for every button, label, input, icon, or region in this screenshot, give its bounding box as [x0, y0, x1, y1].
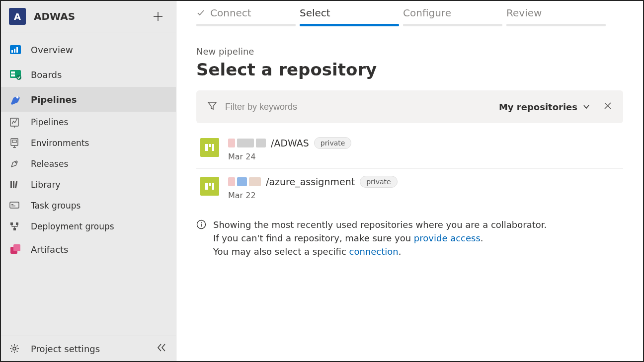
- step-select-label: Select: [300, 7, 330, 19]
- svg-rect-30: [212, 183, 214, 190]
- add-button[interactable]: [151, 9, 165, 23]
- clear-filter-button[interactable]: [603, 101, 612, 112]
- svg-rect-32: [201, 222, 202, 223]
- nav-artifacts-label: Artifacts: [31, 244, 68, 255]
- repo-date: Mar 22: [228, 191, 619, 200]
- info-line2a: If you can't find a repository, make sur…: [213, 233, 414, 243]
- deploygroups-icon: [9, 221, 27, 232]
- nav-sub-releases-label: Releases: [31, 159, 68, 169]
- nav-pipelines[interactable]: Pipelines: [1, 87, 176, 112]
- nav-sub-deploygroups[interactable]: Deployment groups: [1, 216, 176, 237]
- settings-icon: [9, 343, 27, 354]
- repo-avatar: [200, 177, 219, 196]
- nav-sub-taskgroups-label: Task groups: [31, 201, 80, 211]
- info-line3b: .: [399, 246, 402, 257]
- nav-sub-environments-label: Environments: [31, 138, 89, 148]
- releases-icon: [9, 158, 27, 169]
- collapse-sidebar-button[interactable]: [156, 342, 167, 355]
- step-select[interactable]: Select: [300, 7, 399, 26]
- svg-rect-11: [12, 140, 16, 143]
- repo-owner-redacted: [228, 139, 266, 147]
- step-configure-label: Configure: [403, 7, 451, 19]
- svg-rect-23: [13, 244, 20, 251]
- provide-access-link[interactable]: provide access: [414, 233, 481, 243]
- nav-sub-library[interactable]: Library: [1, 174, 176, 195]
- svg-point-12: [15, 161, 16, 163]
- nav-sub-library-label: Library: [31, 180, 60, 190]
- environments-icon: [9, 138, 27, 148]
- svg-rect-10: [11, 139, 18, 145]
- info-line3a: You may also select a specific: [213, 246, 349, 257]
- svg-rect-27: [212, 144, 214, 151]
- supertitle: New pipeline: [196, 46, 623, 57]
- check-icon: [196, 8, 205, 17]
- svg-rect-1: [11, 50, 13, 53]
- info-line2b: .: [481, 233, 483, 243]
- page-title: Select a repository: [196, 60, 623, 79]
- nav-sub-releases[interactable]: Releases: [1, 153, 176, 174]
- nav-pipelines-label: Pipelines: [31, 94, 77, 105]
- artifacts-icon: [9, 243, 27, 256]
- svg-rect-13: [10, 181, 12, 188]
- step-review[interactable]: Review: [506, 7, 606, 26]
- svg-rect-33: [201, 224, 202, 227]
- svg-rect-6: [11, 74, 15, 76]
- title-block: New pipeline Select a repository: [176, 26, 643, 90]
- filter-bar: My repositories: [196, 90, 623, 123]
- chevron-double-left-icon: [156, 342, 167, 353]
- svg-rect-21: [13, 228, 16, 230]
- svg-rect-25: [205, 144, 208, 151]
- filter-input[interactable]: [225, 102, 491, 112]
- svg-rect-26: [209, 144, 211, 147]
- nav-artifacts[interactable]: Artifacts: [1, 237, 176, 262]
- wizard-steps: Connect Select Configure Review: [176, 1, 643, 26]
- scope-dropdown[interactable]: My repositories: [499, 102, 590, 112]
- nav-overview-label: Overview: [31, 45, 73, 55]
- connection-link[interactable]: connection: [349, 246, 399, 257]
- step-configure[interactable]: Configure: [403, 7, 502, 26]
- nav-sub-pipelines[interactable]: Pipelines: [1, 112, 176, 133]
- nav-sub-deploygroups-label: Deployment groups: [31, 221, 114, 231]
- sidebar-footer: Project settings: [1, 336, 176, 361]
- repo-list: /ADWAS private Mar 24 /azure_assignment: [176, 128, 643, 207]
- nav-boards-label: Boards: [31, 70, 62, 80]
- info-block: Showing the most recently used repositor…: [176, 207, 643, 258]
- svg-rect-29: [209, 183, 211, 186]
- repo-name: /azure_assignment: [266, 176, 355, 187]
- svg-rect-16: [10, 202, 19, 208]
- step-connect[interactable]: Connect: [196, 7, 296, 26]
- info-text: Showing the most recently used repositor…: [213, 218, 547, 258]
- nav-sub-environments[interactable]: Environments: [1, 133, 176, 153]
- repo-avatar: [200, 138, 219, 157]
- svg-rect-19: [10, 222, 13, 225]
- scope-label: My repositories: [499, 102, 577, 112]
- svg-rect-3: [16, 47, 18, 53]
- repo-item[interactable]: /ADWAS private Mar 24: [196, 130, 623, 169]
- library-icon: [9, 179, 27, 190]
- project-settings-link[interactable]: Project settings: [31, 344, 156, 354]
- nav-sub-taskgroups[interactable]: Task groups: [1, 195, 176, 216]
- sidebar-header: A ADWAS: [1, 1, 176, 32]
- nav-overview[interactable]: Overview: [1, 37, 176, 62]
- taskgroups-icon: [9, 200, 27, 211]
- repo-badge: private: [360, 176, 398, 188]
- boards-icon: [9, 68, 27, 81]
- nav-sub-pipelines-label: Pipelines: [31, 117, 68, 127]
- svg-rect-20: [16, 222, 18, 225]
- step-review-label: Review: [506, 7, 542, 19]
- close-icon: [603, 101, 612, 110]
- plus-icon: [153, 11, 163, 22]
- svg-rect-5: [11, 72, 15, 73]
- svg-rect-18: [11, 206, 15, 206]
- repo-date: Mar 24: [228, 152, 619, 161]
- svg-point-8: [16, 96, 19, 99]
- svg-point-24: [13, 347, 16, 350]
- project-name: ADWAS: [34, 10, 151, 22]
- nav: Overview Boards Pipelines Pipelines Envi…: [1, 32, 176, 336]
- sub-pipelines-icon: [9, 117, 27, 128]
- nav-boards[interactable]: Boards: [1, 62, 176, 87]
- pipelines-icon: [9, 93, 27, 106]
- svg-rect-2: [14, 49, 15, 53]
- repo-item[interactable]: /azure_assignment private Mar 22: [196, 169, 623, 207]
- overview-icon: [9, 43, 27, 56]
